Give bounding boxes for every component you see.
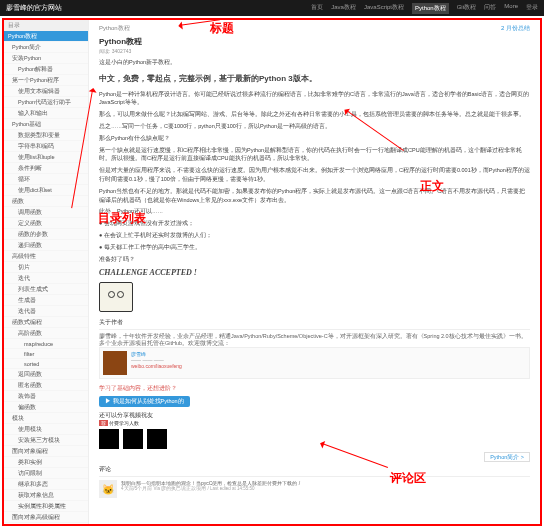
- author-section: 关于作者 廖雪峰，十年软件开发经验，业余产品经理，精通Java/Python/R…: [99, 318, 530, 379]
- video-heading: 还可以分享视频祝友: [99, 411, 530, 420]
- paragraph: 那么，可以用来做什么呢？比如编写网站、游戏、后台等等。除此之外还有各种日常需要的…: [99, 110, 530, 119]
- sidebar-item[interactable]: 类和实例: [4, 457, 88, 468]
- nav-java[interactable]: Java教程: [331, 3, 356, 14]
- video-thumbs: [99, 429, 530, 449]
- author-avatar[interactable]: [103, 351, 127, 375]
- paragraph: 第一个缺点就是运行速度慢，和C程序相比非常慢，因为Python是解释型语言，你的…: [99, 146, 530, 164]
- paragraph: Python当然也有不足的地方。那就是代码不能加密，如果要发布你的Python程…: [99, 187, 530, 205]
- sidebar-item[interactable]: 安装Python: [4, 53, 88, 64]
- headline: 中文，免费，零起点，完整示例，基于最新的Python 3版本。: [99, 73, 530, 86]
- meme-face-image: [99, 282, 133, 312]
- sidebar-item[interactable]: 面向对象高级编程: [4, 512, 88, 523]
- sidebar-item[interactable]: 列表生成式: [4, 284, 88, 295]
- sidebar-item[interactable]: 继承和多态: [4, 479, 88, 490]
- sidebar-item[interactable]: 高级特性: [4, 251, 88, 262]
- sidebar-item[interactable]: 迭代: [4, 273, 88, 284]
- promote-button[interactable]: ▶ 我是如何从别处找Python的: [99, 396, 190, 407]
- main-content: Python教程 2 月份总结 Python教程 阅读: 3402743 这是小…: [89, 20, 540, 524]
- sidebar-item[interactable]: 迭代器: [4, 306, 88, 317]
- comment-meta: 4天前/5个月前 Via 廖的执己说正款项用 / Last edied at 1…: [121, 486, 300, 491]
- sidebar-item[interactable]: 调用函数: [4, 207, 88, 218]
- sidebar-item[interactable]: 安装第三方模块: [4, 435, 88, 446]
- nav-home[interactable]: 首页: [311, 3, 323, 14]
- subtitle: 这是小白的Python新手教程。: [99, 58, 530, 67]
- sidebar-item[interactable]: 使用dict和set: [4, 185, 88, 196]
- sidebar-item[interactable]: 高阶函数: [4, 328, 88, 339]
- badge-icon: 荐: [99, 420, 108, 426]
- read-count: 阅读: 3402743: [99, 48, 530, 54]
- page-title: Python教程: [99, 36, 530, 47]
- sidebar-item[interactable]: 匿名函数: [4, 380, 88, 391]
- author-card: 廖雪峰 —— —— —— weibo.com/liaoxuefeng: [99, 347, 530, 379]
- sidebar-item[interactable]: 模块: [4, 413, 88, 424]
- video-sub: 付费学习人数: [109, 420, 139, 426]
- top-nav-bar: 廖雪峰的官方网站 首页 Java教程 JavaScript教程 Python教程…: [0, 0, 544, 16]
- sidebar-item[interactable]: 定义函数: [4, 218, 88, 229]
- breadcrumb: Python教程 2 月份总结: [99, 24, 530, 33]
- site-title[interactable]: 廖雪峰的官方网站: [6, 3, 62, 13]
- paragraph: Python是一种计算机程序设计语言。你可能已经听说过很多种流行的编程语言，比如…: [99, 90, 530, 108]
- sidebar[interactable]: 目录 Python教程Python简介安装PythonPython解释器第一个P…: [4, 20, 89, 524]
- nav-qa[interactable]: 问答: [484, 3, 496, 14]
- video-thumb[interactable]: [147, 429, 167, 449]
- sidebar-item[interactable]: 第一个Python程序: [4, 75, 88, 86]
- weibo-link[interactable]: weibo.com/liaoxuefeng: [131, 363, 182, 369]
- paragraph: ● 会玩网页游戏但没有开发过游戏；: [99, 219, 530, 228]
- paragraph: 但是对大量的应用程序来说，不需要这么快的运行速度。因为用户根本感觉不出来。例如开…: [99, 166, 530, 184]
- nav-git[interactable]: Git教程: [457, 3, 477, 14]
- comment-avatar[interactable]: 🐱: [99, 480, 117, 498]
- paragraph: 总之……写同一个任务，C要1000行，python只要100行，所以Python…: [99, 122, 530, 131]
- sidebar-item[interactable]: 访问限制: [4, 468, 88, 479]
- top-nav: 首页 Java教程 JavaScript教程 Python教程 Git教程 问答…: [311, 3, 538, 14]
- sidebar-item[interactable]: 使用__slots__: [4, 523, 88, 524]
- nav-more[interactable]: More: [504, 3, 518, 14]
- sidebar-item[interactable]: Python简介: [4, 42, 88, 53]
- sidebar-item[interactable]: Python基础: [4, 119, 88, 130]
- sidebar-item[interactable]: 实例属性和类属性: [4, 501, 88, 512]
- sidebar-item[interactable]: Python解释器: [4, 64, 88, 75]
- nav-login[interactable]: 登录: [526, 3, 538, 14]
- sidebar-item[interactable]: 面向对象编程: [4, 446, 88, 457]
- sidebar-item[interactable]: 输入和输出: [4, 108, 88, 119]
- paragraph: ● 每天都工作工作学的高中/高三学生。: [99, 243, 530, 252]
- topnotes-link[interactable]: 2 月份总结: [501, 24, 530, 33]
- sidebar-item[interactable]: 函数式编程: [4, 317, 88, 328]
- sidebar-item[interactable]: 装饰器: [4, 391, 88, 402]
- sidebar-item[interactable]: 数据类型和变量: [4, 130, 88, 141]
- sidebar-item[interactable]: map/reduce: [4, 339, 88, 349]
- comments-section: 评论 🐱 我明白那一句指明本地跑的观念！当pycC使用，检查总是人脉差距付费并下…: [99, 465, 530, 498]
- sidebar-item[interactable]: filter: [4, 349, 88, 359]
- sidebar-item[interactable]: 递归函数: [4, 240, 88, 251]
- sidebar-item[interactable]: 字符串和编码: [4, 141, 88, 152]
- main-layout: 目录 Python教程Python简介安装PythonPython解释器第一个P…: [2, 18, 542, 526]
- sidebar-item[interactable]: 使用文本编辑器: [4, 86, 88, 97]
- sidebar-item[interactable]: 使用模块: [4, 424, 88, 435]
- promote-banner: 学习了基础内容，还想进阶？: [99, 385, 530, 392]
- promote-section: 学习了基础内容，还想进阶？ ▶ 我是如何从别处找Python的 还可以分享视频祝…: [99, 385, 530, 449]
- comment-item: 🐱 我明白那一句指明本地跑的观念！当pycC使用，检查总是人脉差距付费并下载的 …: [99, 480, 530, 498]
- sidebar-item[interactable]: 返回函数: [4, 369, 88, 380]
- sidebar-item[interactable]: 获取对象信息: [4, 490, 88, 501]
- sidebar-item[interactable]: 函数的参数: [4, 229, 88, 240]
- sidebar-item[interactable]: 切片: [4, 262, 88, 273]
- sidebar-item[interactable]: sorted: [4, 359, 88, 369]
- article-body: 这是小白的Python新手教程。 中文，免费，零起点，完整示例，基于最新的Pyt…: [99, 58, 530, 312]
- sidebar-item[interactable]: 使用list和tuple: [4, 152, 88, 163]
- sidebar-item[interactable]: Python代码运行助手: [4, 97, 88, 108]
- next-button[interactable]: Python简介 >: [484, 452, 530, 462]
- video-thumb[interactable]: [123, 429, 143, 449]
- nav-js[interactable]: JavaScript教程: [364, 3, 404, 14]
- sidebar-item[interactable]: 循环: [4, 174, 88, 185]
- sidebar-heading: 目录: [4, 20, 88, 31]
- video-thumb[interactable]: [99, 429, 119, 449]
- sidebar-item[interactable]: Python教程: [4, 31, 88, 42]
- sidebar-item[interactable]: 函数: [4, 196, 88, 207]
- nav-python[interactable]: Python教程: [412, 3, 449, 14]
- author-heading: 关于作者: [99, 318, 530, 330]
- sidebar-item[interactable]: 偏函数: [4, 402, 88, 413]
- sidebar-item[interactable]: 生成器: [4, 295, 88, 306]
- sidebar-item[interactable]: 条件判断: [4, 163, 88, 174]
- paragraph: 此外，Python还可以……: [99, 207, 530, 216]
- crumb-text[interactable]: Python教程: [99, 24, 130, 33]
- paragraph: ● 在会议上忙手机时还实时发微博的人们；: [99, 231, 530, 240]
